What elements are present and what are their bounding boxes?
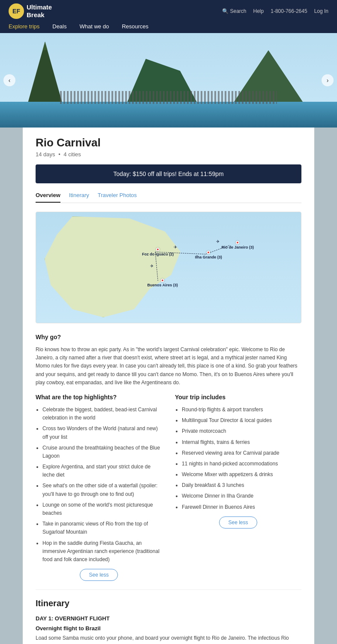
header-utilities: 🔍 Search Help 1-800-766-2645 Log In — [222, 8, 328, 14]
why-go-title: Why go? — [36, 334, 301, 340]
list-item: Hop in the saddle during Fiesta Gaucha, … — [42, 539, 162, 564]
highlights-column: What are the top highlights? Celebrate t… — [36, 394, 162, 581]
map-dot-buenos-aires — [161, 279, 164, 282]
list-item: Explore Argentina, and start your strict… — [42, 463, 162, 479]
map-dot-rio — [236, 241, 239, 244]
list-item: 11 nights in hand-picked accommodations — [182, 460, 301, 468]
itinerary-main-title: Itinerary — [36, 598, 301, 608]
list-item: Take in panoramic views of Rio from the … — [42, 520, 162, 536]
logo-icon: EF — [9, 3, 24, 19]
promo-banner: Today: $150 off all trips! Ends at 11:59… — [36, 164, 301, 183]
highlights-title: What are the top highlights? — [36, 394, 162, 401]
trip-title: Rio Carnival — [36, 136, 301, 149]
nav-what-we-do[interactable]: What we do — [80, 23, 109, 30]
tab-itinerary[interactable]: Itinerary — [69, 192, 89, 203]
list-item: Cruise around the breathtaking beaches o… — [42, 444, 162, 460]
list-item: Cross two Wonders of the World (natural … — [42, 425, 162, 441]
water-decoration — [0, 102, 337, 128]
main-content: Rio Carnival 14 days • 4 cities Today: $… — [23, 128, 314, 644]
highlights-list: Celebrate the biggest, baddest, bead-ies… — [36, 406, 162, 564]
list-item: Welcome Mixer with appetizers & drinks — [182, 471, 301, 479]
map-dot-ilha-grande — [207, 251, 210, 254]
trip-map: ✈ ✈ ✈ Rio de Janeiro (3) Ilha Grande (3)… — [36, 212, 301, 323]
search-link[interactable]: 🔍 Search — [222, 8, 246, 14]
list-item: Farewell Dinner in Buenos Aires — [182, 503, 301, 511]
trip-includes-title: Your trip includes — [175, 394, 301, 401]
list-item: Welcome Dinner in Ilha Grande — [182, 492, 301, 500]
day-1-text: Load some Samba music onto your phone, a… — [36, 634, 301, 644]
list-item: Internal flights, trains & ferries — [182, 438, 301, 447]
tab-traveler-photos[interactable]: Traveler Photos — [98, 192, 137, 203]
hero-next-button[interactable]: › — [322, 74, 334, 86]
day-1-block: Day 1: OVERNIGHT FLIGHT Overnight flight… — [36, 615, 301, 644]
logo-area: EF Ultimate Break — [9, 3, 52, 19]
map-city-buenos-aires: Buenos Aires (3) — [147, 279, 178, 287]
map-city-rio: Rio de Janeiro (3) — [222, 241, 254, 249]
brand-name: Ultimate Break — [27, 3, 52, 19]
map-city-ilha-grande: Ilha Grande (3) — [195, 251, 222, 259]
list-item: See what's on the other side of a waterf… — [42, 482, 162, 498]
day-1-header: Day 1: OVERNIGHT FLIGHT — [36, 615, 301, 622]
map-dot-foz — [156, 248, 159, 251]
trip-meta: 14 days • 4 cities — [36, 151, 301, 158]
hero-image: ‹ › — [0, 33, 337, 128]
search-icon: 🔍 — [222, 8, 229, 14]
list-item: Reserved viewing area for Carnival parad… — [182, 449, 301, 457]
list-item: Celebrate the biggest, baddest, bead-ies… — [42, 406, 162, 422]
list-item: Round-trip flights & airport transfers — [182, 406, 301, 414]
tab-overview[interactable]: Overview — [36, 192, 60, 203]
highlights-includes-columns: What are the top highlights? Celebrate t… — [36, 394, 301, 581]
list-item: Private motorcoach — [182, 427, 301, 435]
city-skyline-decoration — [60, 91, 277, 104]
list-item: Daily breakfast & 3 lunches — [182, 481, 301, 489]
day-1-subtitle: Overnight flight to Brazil — [36, 625, 301, 632]
help-link[interactable]: Help — [253, 8, 264, 14]
includes-see-less-button[interactable]: See less — [219, 516, 257, 529]
nav-deals[interactable]: Deals — [52, 23, 66, 30]
main-nav: Explore trips Deals What we do Resources — [9, 21, 328, 33]
tab-bar: Overview Itinerary Traveler Photos — [36, 192, 301, 203]
itinerary-section: Itinerary Day 1: OVERNIGHT FLIGHT Overni… — [36, 589, 301, 644]
nav-explore-trips[interactable]: Explore trips — [9, 23, 39, 30]
trip-days: 14 days — [36, 151, 55, 158]
highlights-see-less-button[interactable]: See less — [80, 569, 117, 581]
trip-includes-list: Round-trip flights & airport transfers M… — [175, 406, 301, 511]
list-item: Lounge on some of the world's most pictu… — [42, 501, 162, 517]
trip-includes-column: Your trip includes Round-trip flights & … — [175, 394, 301, 581]
nav-resources[interactable]: Resources — [122, 23, 148, 30]
list-item: Multilingual Tour Director & local guide… — [182, 416, 301, 425]
why-go-text: Rio knows how to throw an epic party. As… — [36, 346, 301, 387]
hero-prev-button[interactable]: ‹ — [3, 74, 15, 86]
why-go-section: Why go? Rio knows how to throw an epic p… — [36, 334, 301, 387]
map-city-foz: Foz do Iguacu (2) — [142, 248, 174, 256]
phone-number: 1-800-766-2645 — [271, 8, 307, 14]
trip-cities: 4 cities — [63, 151, 81, 158]
login-link[interactable]: Log In — [314, 8, 328, 14]
site-header: EF Ultimate Break 🔍 Search Help 1-800-76… — [0, 0, 337, 33]
